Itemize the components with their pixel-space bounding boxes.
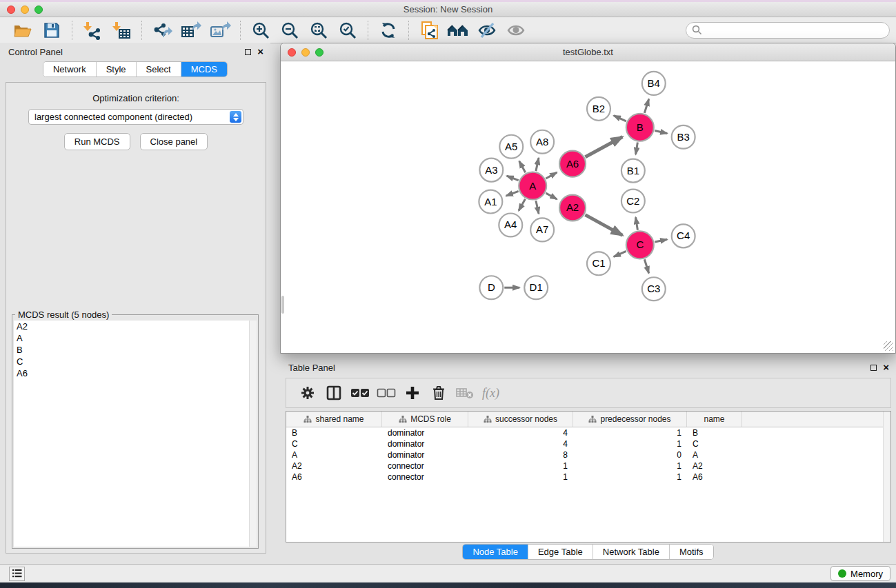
graph-edge[interactable] <box>536 201 539 214</box>
tab-network-table[interactable]: Network Table <box>593 545 670 559</box>
graph-node-C1[interactable]: C1 <box>587 252 610 275</box>
table-row[interactable]: A6connector11A6 <box>286 472 890 483</box>
graph-edge[interactable] <box>546 172 557 179</box>
column-header-predecessor-nodes[interactable]: predecessor nodes <box>573 412 687 427</box>
import-table-button[interactable] <box>107 19 136 41</box>
table-row[interactable]: Adominator80A <box>286 449 890 460</box>
graph-edge[interactable] <box>585 137 622 157</box>
mcds-result-list[interactable]: A2ABCA6 <box>14 321 257 547</box>
zoom-fit-button[interactable] <box>304 19 333 41</box>
graph-edge[interactable] <box>507 176 519 181</box>
graph-node-D1[interactable]: D1 <box>524 276 548 299</box>
save-session-button[interactable] <box>37 19 66 41</box>
tab-motifs[interactable]: Motifs <box>670 545 713 559</box>
column-header-shared-name[interactable]: shared name <box>286 412 382 427</box>
mcds-result-item[interactable]: B <box>14 344 257 356</box>
graph-edge[interactable] <box>585 215 622 236</box>
export-table-button[interactable] <box>177 19 206 41</box>
unselect-all-columns-button[interactable] <box>373 381 399 405</box>
select-all-columns-button[interactable] <box>347 381 373 405</box>
graph-node-B4[interactable]: B4 <box>642 72 666 95</box>
graph-node-A8[interactable]: A8 <box>530 130 554 154</box>
mcds-result-item[interactable]: C <box>14 356 257 367</box>
table-row[interactable]: Bdominator41B <box>286 427 890 438</box>
function-builder-button[interactable]: f(x) <box>482 386 499 401</box>
table-settings-button[interactable] <box>295 381 321 405</box>
graph-edge[interactable] <box>506 191 519 196</box>
graph-edge[interactable] <box>546 193 557 199</box>
graph-node-C4[interactable]: C4 <box>672 224 695 247</box>
tab-style[interactable]: Style <box>97 62 137 77</box>
network-scrollbar-thumb[interactable] <box>281 296 284 314</box>
mcds-result-item[interactable]: A <box>14 332 257 344</box>
open-file-button[interactable] <box>8 19 37 41</box>
mcds-result-item[interactable]: A2 <box>14 321 257 332</box>
zoom-selected-button[interactable] <box>333 19 362 41</box>
graph-node-A3[interactable]: A3 <box>479 159 503 182</box>
export-image-button[interactable] <box>206 19 235 41</box>
import-network-button[interactable] <box>78 19 107 41</box>
graph-edge[interactable] <box>655 239 667 242</box>
graph-node-D[interactable]: D <box>479 276 503 299</box>
minimize-window-button[interactable] <box>21 6 29 14</box>
graph-node-A[interactable]: A <box>519 172 546 200</box>
graph-node-A6[interactable]: A6 <box>559 151 586 177</box>
show-columns-button[interactable] <box>321 381 347 405</box>
graph-node-A7[interactable]: A7 <box>530 218 554 241</box>
graph-node-C[interactable]: C <box>626 231 654 258</box>
network-minimize-button[interactable] <box>301 48 310 57</box>
mcds-result-item[interactable]: A6 <box>14 367 257 379</box>
tab-select[interactable]: Select <box>137 62 181 77</box>
close-panel-icon[interactable]: × <box>257 48 263 55</box>
memory-button[interactable]: Memory <box>830 566 890 581</box>
graph-edge[interactable] <box>519 199 525 211</box>
create-column-button[interactable] <box>399 381 426 405</box>
graph-edge[interactable] <box>636 142 638 154</box>
status-menu-button[interactable] <box>9 567 25 581</box>
show-all-button[interactable] <box>501 19 530 41</box>
first-neighbors-button[interactable] <box>444 19 472 41</box>
tab-node-table[interactable]: Node Table <box>463 545 528 559</box>
delete-column-button[interactable] <box>426 381 452 405</box>
new-network-from-selection-button[interactable] <box>415 19 444 41</box>
graph-edge[interactable] <box>614 251 626 256</box>
export-network-button[interactable] <box>148 19 177 41</box>
close-window-button[interactable] <box>7 6 15 14</box>
table-row[interactable]: Cdominator41C <box>286 438 890 449</box>
graph-edge[interactable] <box>536 158 539 171</box>
column-header-successor-nodes[interactable]: successor nodes <box>468 412 573 427</box>
network-canvas[interactable]: B4B2BB3A8A5A6A3B1AA1C2A2A4A7C4CC1DD1C3 <box>281 61 895 352</box>
graph-edge[interactable] <box>655 131 667 134</box>
hide-selected-button[interactable] <box>472 19 501 41</box>
graph-edge[interactable] <box>519 161 526 173</box>
zoom-out-button[interactable] <box>275 19 304 41</box>
graph-edge[interactable] <box>636 217 638 230</box>
zoom-in-button[interactable] <box>246 19 275 41</box>
graph-node-A1[interactable]: A1 <box>479 190 502 214</box>
network-close-button[interactable] <box>288 48 296 57</box>
graph-node-C3[interactable]: C3 <box>642 277 666 301</box>
column-header-mcds-role[interactable]: MCDS role <box>382 412 468 427</box>
zoom-window-button[interactable] <box>34 6 43 14</box>
graph-node-A2[interactable]: A2 <box>559 195 586 221</box>
float-table-panel-icon[interactable] <box>870 365 877 371</box>
delete-table-button[interactable] <box>452 381 478 405</box>
graph-edge[interactable] <box>644 259 648 273</box>
table-scrollbar[interactable] <box>883 412 890 542</box>
resize-grip-icon[interactable] <box>884 341 893 351</box>
graph-node-B2[interactable]: B2 <box>587 97 610 121</box>
float-panel-icon[interactable] <box>245 49 251 55</box>
graph-node-C2[interactable]: C2 <box>621 190 645 213</box>
run-mcds-button[interactable]: Run MCDS <box>64 133 130 150</box>
close-panel-button[interactable]: Close panel <box>140 133 208 150</box>
search-input[interactable] <box>686 22 890 39</box>
network-zoom-button[interactable] <box>315 48 323 57</box>
column-header-name[interactable]: name <box>687 412 742 427</box>
tab-edge-table[interactable]: Edge Table <box>528 545 593 559</box>
network-window-titlebar[interactable]: testGlobe.txt <box>281 43 895 61</box>
graph-node-A4[interactable]: A4 <box>499 213 522 236</box>
graph-edge[interactable] <box>644 99 648 113</box>
graph-node-A5[interactable]: A5 <box>499 135 523 159</box>
apply-layout-button[interactable] <box>374 19 403 41</box>
close-table-panel-icon[interactable]: × <box>883 364 889 371</box>
